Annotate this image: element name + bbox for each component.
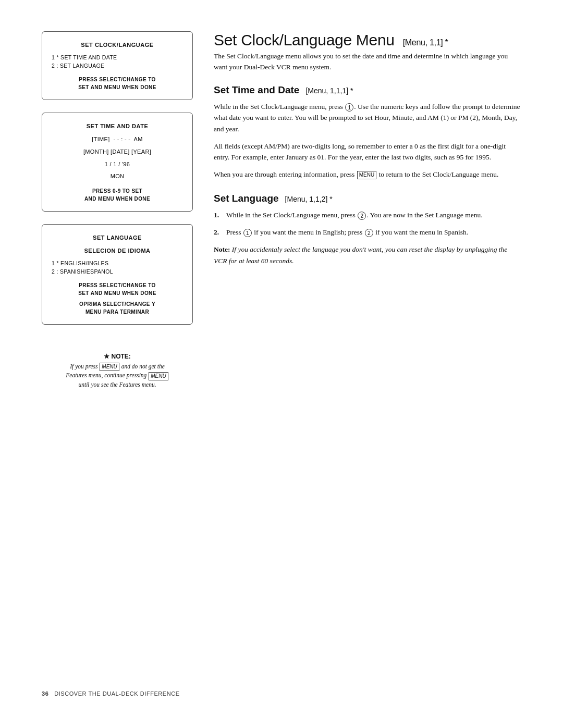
box2-values: 1 / 1 / '96 <box>52 159 183 170</box>
box3-item1: 1 * ENGLISH/INGLES <box>52 259 183 268</box>
menu-icon-note2: MENU <box>149 372 168 380</box>
set-language-menu-ref: [Menu, 1,1,2] * <box>285 195 333 203</box>
set-time-heading: Set Time and Date [Menu, 1,1,1] * <box>214 84 521 96</box>
screen-box-language: SET LANGUAGE SELECION DE IDIOMA 1 * ENGL… <box>42 224 193 325</box>
box2-footer: PRESS 0-9 TO SETAND MENU WHEN DONE <box>52 187 183 203</box>
main-heading-title: Set Clock/Language Menu <box>214 31 395 49</box>
screen-box-set-time: SET TIME AND DATE [TIME] - - : - - AM [M… <box>42 113 193 212</box>
language-step-2: 2. Press 1 if you want the menu in Engli… <box>214 227 521 238</box>
set-language-heading: Set Language [Menu, 1,1,2] * <box>214 193 521 204</box>
page: SET CLOCK/LANGUAGE 1 * SET TIME AND DATE… <box>0 0 563 728</box>
note-italic-text: If you accidentaly select the language y… <box>214 245 507 264</box>
circled-2-lang: 2 <box>358 212 366 220</box>
box2-time-value: - - : - - <box>113 136 130 142</box>
box3-footer1: PRESS SELECT/CHANGE TOSET AND MENU WHEN … <box>52 281 183 297</box>
box1-item1: 1 * SET TIME AND DATE <box>52 53 183 62</box>
step2-text: Press 1 if you want the menu in English;… <box>226 227 468 238</box>
step1-text: While in the Set Clock/Language menu, pr… <box>226 209 483 220</box>
box3-footer2: OPRIMA SELECT/CHANGE YMENU PARA TERMINAR <box>52 300 183 316</box>
box2-am: AM <box>134 136 143 142</box>
note-text: If you press MENU and do not get the Fea… <box>42 362 193 389</box>
main-heading-menu-ref: [Menu, 1,1] * <box>403 38 448 47</box>
content-area: SET CLOCK/LANGUAGE 1 * SET TIME AND DATE… <box>42 31 521 664</box>
screen-box-clock-language: SET CLOCK/LANGUAGE 1 * SET TIME AND DATE… <box>42 31 193 100</box>
set-language-section: Set Language [Menu, 1,1,2] * 1. While in… <box>214 193 521 273</box>
right-column: Set Clock/Language Menu [Menu, 1,1] * Th… <box>214 31 521 664</box>
box3-title: SET LANGUAGE <box>52 233 183 243</box>
language-note: Note: If you accidentaly select the lang… <box>214 244 521 266</box>
set-language-heading-title: Set Language <box>214 193 279 204</box>
step2-num: 2. <box>214 227 222 238</box>
page-number: 36 <box>42 690 48 697</box>
box1-title: SET CLOCK/LANGUAGE <box>52 40 183 50</box>
note-star-label: ★ NOTE: <box>104 353 131 360</box>
main-menu-ref-text: [Menu, 1,1] <box>403 38 443 47</box>
set-time-para1: While in the Set Clock/Language menu, pr… <box>214 101 521 180</box>
language-steps: 1. While in the Set Clock/Language menu,… <box>214 209 521 238</box>
step1-num: 1. <box>214 209 222 220</box>
page-footer: 36 DISCOVER THE DUAL-DECK DIFFERENCE <box>42 685 521 697</box>
box1-item2: 2 : SET LANGUAGE <box>52 61 183 70</box>
circled-2-lang2: 2 <box>365 229 373 237</box>
circled-1-time: 1 <box>345 103 353 112</box>
box2-headers: [MONTH] [DATE] [YEAR] <box>52 147 183 157</box>
circled-1-lang: 1 <box>243 229 252 237</box>
menu-icon-return: MENU <box>357 171 376 179</box>
left-column: SET CLOCK/LANGUAGE 1 * SET TIME AND DATE… <box>42 31 193 664</box>
main-asterisk: * <box>445 38 448 47</box>
menu-icon-note: MENU <box>100 363 119 371</box>
note-label: Note: <box>214 245 230 253</box>
box2-time-row: [TIME] - - : - - AM <box>52 134 183 145</box>
box3-subtitle: SELECION DE IDIOMA <box>52 246 183 256</box>
set-time-heading-title: Set Time and Date <box>214 84 299 96</box>
box3-item2: 2 : SPANISH/ESPANOL <box>52 267 183 276</box>
page-tagline: DISCOVER THE DUAL-DECK DIFFERENCE <box>54 690 179 697</box>
box2-sub-value: MON <box>52 171 183 182</box>
set-time-menu-ref: [Menu, 1,1,1] * <box>305 87 353 95</box>
note-star: ★ NOTE: <box>42 353 193 360</box>
bottom-note: ★ NOTE: If you press MENU and do not get… <box>42 353 193 389</box>
set-time-section: Set Time and Date [Menu, 1,1,1] * While … <box>214 84 521 188</box>
intro-text: The Set Clock/Language menu allows you t… <box>214 51 521 73</box>
box2-title: SET TIME AND DATE <box>52 121 183 131</box>
box1-footer: PRESS SELECT/CHANGE TOSET AND MENU WHEN … <box>52 76 183 91</box>
box2-time-label: [TIME] <box>92 136 109 142</box>
main-heading: Set Clock/Language Menu [Menu, 1,1] * <box>214 31 521 49</box>
language-step-1: 1. While in the Set Clock/Language menu,… <box>214 209 521 220</box>
